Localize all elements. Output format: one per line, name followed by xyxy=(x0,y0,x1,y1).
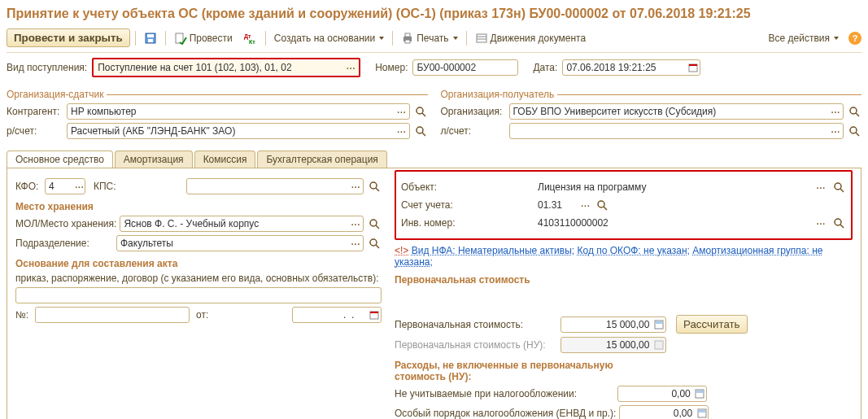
svg-point-30 xyxy=(835,183,841,190)
provesti-button[interactable]: Провести xyxy=(171,29,236,47)
object-field[interactable]: ... xyxy=(534,180,828,194)
nfa-link1[interactable]: Вид НФА: Нематериальные активы xyxy=(412,245,572,256)
recalculate-button[interactable]: Рассчитать xyxy=(676,315,748,334)
nfa-link2[interactable]: Код по ОКОФ: не указан xyxy=(577,245,687,256)
raccount-field[interactable]: ... xyxy=(67,123,410,139)
ot-label: от: xyxy=(196,309,286,321)
dept-input[interactable] xyxy=(117,238,349,249)
calc-icon[interactable] xyxy=(694,386,706,401)
dept-field[interactable]: ... xyxy=(116,235,364,251)
number-input[interactable] xyxy=(413,62,517,73)
ot-input[interactable] xyxy=(293,309,369,321)
tab-commission[interactable]: Комиссия xyxy=(194,151,256,168)
tab-os[interactable]: Основное средство xyxy=(7,151,113,168)
svg-rect-9 xyxy=(477,34,486,42)
inv-input[interactable] xyxy=(534,217,814,229)
kps-input[interactable] xyxy=(187,181,349,192)
laccount-label: л/счет: xyxy=(441,125,506,137)
search-icon[interactable] xyxy=(847,104,861,119)
receiver-legend: Организация-получатель xyxy=(441,89,558,100)
all-actions-button[interactable]: Все действия xyxy=(765,30,842,46)
ellipsis-icon[interactable]: ... xyxy=(580,198,591,212)
search-icon[interactable] xyxy=(413,104,428,119)
ellipsis-icon[interactable]: ... xyxy=(349,236,363,251)
mol-input[interactable] xyxy=(120,218,349,229)
akt-text-field[interactable] xyxy=(15,287,382,303)
svg-text:Кт: Кт xyxy=(249,39,255,45)
receipt-type-input[interactable] xyxy=(94,62,344,73)
svg-point-24 xyxy=(370,220,377,226)
ellipsis-icon[interactable]: ... xyxy=(395,124,408,138)
svg-point-16 xyxy=(417,127,423,133)
number-field[interactable] xyxy=(412,59,518,76)
search-icon[interactable] xyxy=(367,236,382,251)
calc-icon[interactable] xyxy=(696,406,708,419)
ellipsis-icon[interactable]: ... xyxy=(814,180,828,194)
create-based-label: Создать на основании xyxy=(274,33,376,44)
movements-button[interactable]: Движения документа xyxy=(472,29,590,47)
first-cost-field[interactable] xyxy=(560,316,666,333)
object-input[interactable] xyxy=(534,181,814,193)
mol-field[interactable]: ... xyxy=(120,216,364,232)
search-icon[interactable] xyxy=(413,124,428,138)
search-icon[interactable] xyxy=(595,198,609,212)
laccount-field[interactable]: ... xyxy=(509,123,844,139)
calendar-icon[interactable] xyxy=(687,60,700,75)
tab-amort[interactable]: Амортизация xyxy=(115,151,193,168)
search-icon[interactable] xyxy=(367,179,382,194)
tab-operation[interactable]: Бухгалтерская операция xyxy=(257,151,386,168)
kfo-input[interactable] xyxy=(46,181,75,192)
create-based-button[interactable]: Создать на основании xyxy=(271,30,388,46)
kps-field[interactable]: ... xyxy=(186,178,364,194)
ellipsis-icon[interactable]: ... xyxy=(75,179,85,194)
kfo-field[interactable]: ... xyxy=(45,178,85,194)
dtkt-button[interactable]: ДтКт xyxy=(241,29,260,47)
date-field[interactable] xyxy=(562,59,700,76)
first-cost-nu-label: Первоначальная стоимость (НУ): xyxy=(395,339,557,351)
ellipsis-icon[interactable]: ... xyxy=(814,216,828,230)
ellipsis-icon[interactable]: ... xyxy=(829,104,843,119)
kontragent-input[interactable] xyxy=(68,106,395,117)
ellipsis-icon[interactable]: ... xyxy=(829,124,843,138)
date-label: Дата: xyxy=(533,62,557,73)
search-icon[interactable] xyxy=(367,216,382,231)
num-field[interactable] xyxy=(35,307,190,323)
object-label: Объект: xyxy=(401,181,531,193)
save-icon-button[interactable] xyxy=(141,29,160,47)
ellipsis-icon[interactable]: ... xyxy=(349,216,363,231)
org-field[interactable]: ... xyxy=(509,103,844,120)
ellipsis-icon[interactable]: ... xyxy=(344,60,358,75)
raccount-input[interactable] xyxy=(68,125,395,137)
svg-line-19 xyxy=(856,113,859,116)
print-button[interactable]: Печать xyxy=(398,29,460,47)
envd-input[interactable] xyxy=(620,408,696,419)
ellipsis-icon[interactable]: ... xyxy=(395,104,408,119)
ot-field[interactable] xyxy=(292,307,382,323)
search-icon[interactable] xyxy=(831,180,846,194)
calendar-icon[interactable] xyxy=(369,308,381,322)
svg-point-26 xyxy=(370,239,377,246)
notax-input[interactable] xyxy=(618,388,694,399)
num-input[interactable] xyxy=(36,309,189,321)
post-close-button[interactable]: Провести и закрыть xyxy=(7,28,130,47)
search-icon[interactable] xyxy=(847,124,861,138)
print-label: Печать xyxy=(417,33,448,44)
akt-text-input[interactable] xyxy=(16,290,381,301)
ellipsis-icon[interactable]: ... xyxy=(349,179,363,194)
kontragent-field[interactable]: ... xyxy=(67,103,410,120)
date-input[interactable] xyxy=(563,62,687,73)
notax-field[interactable] xyxy=(617,386,707,402)
receipt-type-label: Вид поступления: xyxy=(7,62,87,73)
receipt-type-field[interactable]: ... xyxy=(94,60,358,75)
search-icon[interactable] xyxy=(831,216,846,230)
org-input[interactable] xyxy=(510,106,829,117)
svg-point-22 xyxy=(370,182,377,189)
calc-icon[interactable] xyxy=(652,317,665,332)
first-cost-input[interactable] xyxy=(561,319,652,330)
inv-field[interactable]: ... xyxy=(534,216,828,230)
envd-field[interactable] xyxy=(619,405,709,419)
account-input[interactable] xyxy=(534,199,580,211)
laccount-input[interactable] xyxy=(510,125,829,137)
help-icon[interactable]: ? xyxy=(848,32,861,45)
account-field[interactable]: ... xyxy=(534,198,591,212)
